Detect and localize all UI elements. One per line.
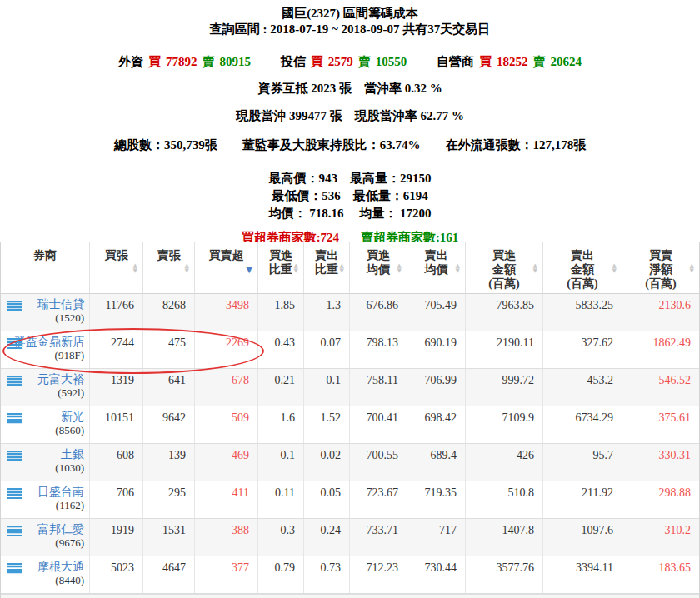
dealer-group: 自營商買18252賣20624 (434, 55, 584, 68)
sort-icon[interactable]: ▲ ▼ (456, 263, 460, 273)
column-header-label: 賣張 (158, 249, 181, 262)
buy-qty-cell: 2744 (89, 331, 142, 368)
buy-weight-cell: 1.85 (258, 294, 303, 331)
sell-qty-cell: 1531 (142, 519, 194, 556)
list-icon[interactable] (8, 338, 22, 349)
table-row: 群益金鼎新店 (918F) 2744 475 2269 0.43 0.07 79… (1, 331, 699, 369)
table-row: 土銀 (1030) 608 139 469 0.1 0.02 700.55 68… (1, 444, 699, 481)
sort-icon[interactable]: ▲ ▼ (690, 263, 694, 273)
sell-weight-cell: 1.3 (303, 294, 349, 331)
day-trade-line: 現股當沖 399477 張 現股當沖率 62.77 % (0, 108, 700, 124)
column-header[interactable]: 買進 比重▲ ▼ (258, 242, 303, 293)
column-header[interactable]: 買進 均價▲ ▼ (349, 242, 407, 293)
column-header-label: 買賣超 (209, 249, 244, 262)
sell-weight-cell: 0.24 (303, 519, 349, 556)
column-header[interactable]: 買張▲ ▼ (89, 242, 142, 293)
sell-qty-cell: 641 (142, 369, 194, 406)
buy-qty-cell: 1919 (89, 519, 142, 556)
column-header-label: 買進 均價 (367, 249, 390, 276)
broker-cell: 新光 (8560) (1, 406, 89, 443)
buy-amount-cell: 510.8 (465, 481, 542, 518)
sell-qty-cell: 4647 (142, 556, 194, 593)
column-header[interactable]: 買賣 淨額 (百萬)▲ ▼ (622, 242, 699, 293)
net-qty-cell: 377 (194, 556, 258, 593)
buy-qty-cell: 10151 (89, 406, 142, 443)
sell-value: 20624 (551, 55, 582, 68)
sell-avg-price-cell: 719.35 (407, 481, 465, 518)
sell-weight-cell: 0.73 (303, 556, 349, 593)
buy-qty-cell: 1319 (89, 369, 142, 406)
buy-amount-cell: 999.72 (465, 369, 542, 406)
investment-trust-group: 投信買2579賣10550 (278, 55, 410, 68)
foreign-investors-group: 外資買77892賣80915 (116, 55, 253, 68)
sort-icon[interactable]: ▲ ▼ (185, 263, 189, 273)
net-qty-cell: 509 (194, 406, 258, 443)
list-icon[interactable] (8, 451, 22, 461)
net-amount-cell: 2130.6 (622, 294, 699, 331)
column-header[interactable]: 買賣超▼ (194, 242, 258, 293)
sell-avg-price-cell: 730.44 (407, 556, 465, 593)
group-label: 投信 (281, 55, 306, 68)
broker-cell: 土銀 (1030) (1, 444, 89, 481)
column-header[interactable]: 賣出 比重▲ ▼ (303, 242, 349, 293)
sort-icon[interactable]: ▼ (246, 266, 252, 274)
sort-icon[interactable]: ▲ ▼ (533, 263, 538, 273)
buy-weight-cell: 0.11 (258, 481, 303, 518)
sell-amount-cell: 6734.29 (542, 406, 622, 443)
buy-weight-cell: 0.79 (258, 556, 303, 593)
institutional-summary: 外資買77892賣80915 投信買2579賣10550 自營商買18252賣2… (0, 54, 700, 70)
column-header[interactable]: 賣張▲ ▼ (142, 242, 194, 293)
buy-qty-cell: 5023 (89, 556, 142, 593)
table-row: 富邦仁愛 (9676) 1919 1531 388 0.3 0.24 733.7… (1, 519, 699, 556)
net-qty-cell: 469 (194, 444, 258, 481)
column-header[interactable]: 賣出 均價▲ ▼ (407, 242, 465, 293)
buy-avg-price-cell: 733.71 (349, 519, 407, 556)
sell-label: 賣 (533, 55, 546, 68)
buy-qty-cell: 706 (89, 481, 142, 518)
sort-icon[interactable]: ▲ ▼ (294, 263, 298, 273)
sell-qty-cell: 8268 (142, 294, 194, 331)
table-row: 瑞士信貸 (1520) 11766 8268 3498 1.85 1.3 676… (1, 294, 699, 331)
sell-weight-cell: 0.1 (303, 369, 349, 406)
broker-cell: 富邦仁愛 (9676) (1, 519, 89, 556)
sell-qty-cell: 139 (142, 444, 194, 481)
list-icon[interactable] (8, 301, 22, 311)
sell-amount-cell: 327.62 (542, 331, 622, 368)
column-header[interactable]: 買進 金額 (百萬)▲ ▼ (465, 242, 542, 293)
net-amount-cell: 298.88 (622, 481, 699, 518)
sort-icon[interactable]: ▲ ▼ (398, 263, 402, 273)
buy-amount-cell: 7109.9 (465, 406, 542, 443)
net-qty-cell: 388 (194, 519, 258, 556)
sell-avg-price-cell: 690.19 (407, 331, 465, 368)
net-qty-cell: 411 (194, 481, 258, 518)
column-header-label: 賣出 金額 (百萬) (567, 249, 598, 290)
table-row: 元富大裕 (592l) 1319 641 678 0.21 0.1 758.11… (1, 369, 699, 406)
broker-code: (1520) (1, 311, 84, 325)
broker-cell: 元富大裕 (592l) (1, 369, 89, 406)
broker-cell: 瑞士信貸 (1520) (1, 294, 89, 331)
table-row: 新光 (8560) 10151 9642 509 1.6 1.52 700.41… (1, 406, 699, 444)
column-header[interactable]: 券商 (1, 242, 89, 293)
column-header[interactable]: 賣出 金額 (百萬)▲ ▼ (542, 242, 622, 293)
broker-cell: 摩根大通 (8440) (1, 556, 89, 593)
list-icon[interactable] (8, 526, 22, 536)
buy-label: 買 (479, 55, 492, 68)
net-amount-cell: 375.61 (622, 406, 699, 443)
list-icon[interactable] (8, 488, 22, 499)
net-qty-cell: 678 (194, 369, 258, 406)
list-icon[interactable] (8, 563, 22, 574)
sort-icon[interactable]: ▲ ▼ (612, 263, 617, 273)
sort-icon[interactable]: ▲ ▼ (340, 263, 344, 273)
buy-avg-price-cell: 700.55 (349, 444, 407, 481)
low-price-volume: 最低價：536 最低量：6194 (0, 187, 700, 205)
sell-amount-cell: 1097.6 (542, 519, 622, 556)
buy-avg-price-cell: 712.23 (349, 556, 407, 593)
broker-code: (9676) (1, 536, 84, 550)
list-icon[interactable] (8, 376, 22, 386)
buy-amount-cell: 7963.85 (465, 294, 542, 331)
sell-weight-cell: 0.05 (303, 481, 349, 518)
list-icon[interactable] (8, 413, 22, 424)
sort-icon[interactable]: ▲ ▼ (133, 263, 138, 273)
group-label: 自營商 (437, 55, 474, 68)
sell-avg-price-cell: 706.99 (407, 369, 465, 406)
